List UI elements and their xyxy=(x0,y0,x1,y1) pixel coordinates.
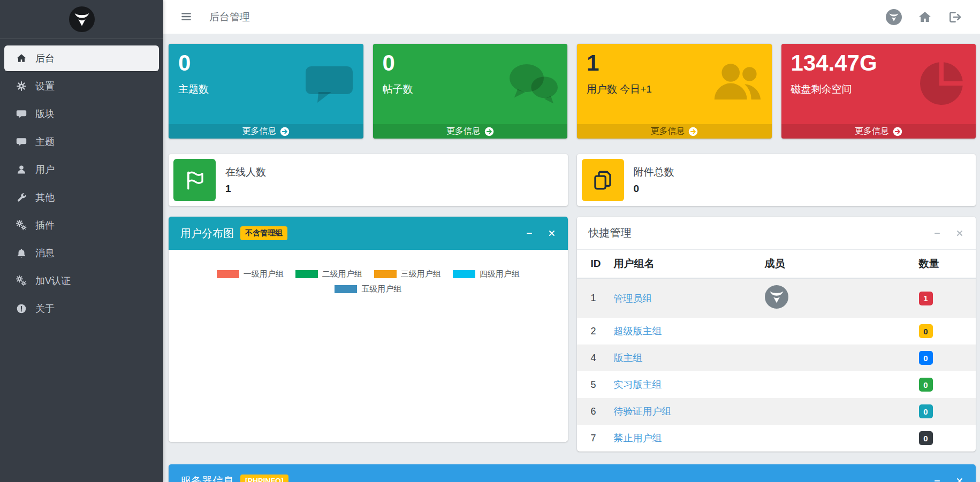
sidebar-item-label: 关于 xyxy=(35,302,55,315)
brand-logo-icon[interactable] xyxy=(69,6,95,32)
panel-title: 快捷管理 xyxy=(589,226,632,240)
group-name-link[interactable]: 待验证用户组 xyxy=(614,406,672,417)
chart-legend: 一级用户组二级用户组三级用户组四级用户组五级用户组 xyxy=(197,250,540,294)
gears-icon xyxy=(15,276,28,287)
group-id: 7 xyxy=(577,425,607,452)
main-content: 0主题数更多信息0帖子数更多信息1用户数 今日+1更多信息134.47G磁盘剩余… xyxy=(163,34,980,482)
more-info-link[interactable]: 更多信息 xyxy=(373,124,568,139)
comment-icon xyxy=(15,136,28,148)
sidebar-item-label: 版块 xyxy=(35,108,55,120)
member-avatar[interactable] xyxy=(765,285,788,309)
stat-card-body: 134.47G磁盘剩余空间 xyxy=(781,44,976,124)
table-row: 4版主组0 xyxy=(577,345,976,371)
users-icon xyxy=(712,58,763,109)
home-icon xyxy=(15,53,28,64)
server-info-panel: 服务器信息 [PHPINFO] xyxy=(169,464,976,482)
group-name-link[interactable]: 管理员组 xyxy=(614,293,652,304)
group-name-link[interactable]: 禁止用户组 xyxy=(614,433,662,443)
sidebar-item-主题[interactable]: 主题 xyxy=(4,129,159,155)
close-icon[interactable] xyxy=(955,229,964,238)
minimize-icon[interactable] xyxy=(933,477,941,482)
more-info-label: 更多信息 xyxy=(242,126,276,137)
close-icon[interactable] xyxy=(955,477,964,482)
logout-icon[interactable] xyxy=(948,10,962,24)
sidebar-item-label: 加V认证 xyxy=(35,274,71,287)
quick-manage-header: 快捷管理 xyxy=(577,217,976,250)
legend-label: 五级用户组 xyxy=(361,284,401,294)
table-row: 1管理员组1 xyxy=(577,278,976,318)
legend-label: 一级用户组 xyxy=(244,269,284,279)
sidebar-item-加V认证[interactable]: 加V认证 xyxy=(4,268,159,294)
exclude-admin-badge: 不含管理组 xyxy=(240,226,287,240)
more-info-link[interactable]: 更多信息 xyxy=(169,124,363,139)
count-badge: 0 xyxy=(919,378,933,392)
home-icon[interactable] xyxy=(918,10,932,24)
count-badge: 0 xyxy=(919,351,933,365)
group-name-link[interactable]: 版主组 xyxy=(614,353,643,363)
count-badge: 0 xyxy=(919,431,933,445)
sidebar: 后台设置版块主题用户其他插件消息加V认证关于 xyxy=(0,0,163,482)
legend-label: 二级用户组 xyxy=(322,269,362,279)
gears-icon xyxy=(15,220,28,231)
sidebar-item-label: 用户 xyxy=(35,163,55,176)
info-icon xyxy=(15,303,28,315)
copy-icon xyxy=(582,159,624,201)
legend-label: 四级用户组 xyxy=(480,269,520,279)
page-title: 后台管理 xyxy=(209,10,250,24)
minimize-icon[interactable] xyxy=(933,229,941,238)
info-label: 在线人数 xyxy=(225,165,266,179)
hamburger-menu-icon[interactable] xyxy=(180,11,193,24)
arrow-circle-icon xyxy=(688,127,698,136)
sidebar-item-设置[interactable]: 设置 xyxy=(4,73,159,99)
stat-card-body: 1用户数 今日+1 xyxy=(577,44,772,124)
more-info-label: 更多信息 xyxy=(650,126,685,137)
sidebar-item-插件[interactable]: 插件 xyxy=(4,212,159,238)
sidebar-item-消息[interactable]: 消息 xyxy=(4,240,159,266)
more-info-link[interactable]: 更多信息 xyxy=(577,124,772,139)
window-controls xyxy=(525,229,556,238)
legend-swatch xyxy=(217,270,239,278)
count-badge: 1 xyxy=(919,292,933,305)
stat-card: 0主题数更多信息 xyxy=(169,44,363,139)
more-info-link[interactable]: 更多信息 xyxy=(781,124,976,139)
sidebar-item-版块[interactable]: 版块 xyxy=(4,101,159,127)
stat-card-body: 0帖子数 xyxy=(373,44,568,124)
comment-icon xyxy=(15,109,28,120)
quick-manage-panel: 快捷管理 ID用户组名成员数量 1管理员组12超级版主组04版主组05实习版主组… xyxy=(577,217,976,452)
info-label: 附件总数 xyxy=(634,165,674,179)
quick-table-body: 1管理员组12超级版主组04版主组05实习版主组06待验证用户组07禁止用户组0 xyxy=(577,278,976,452)
sidebar-nav: 后台设置版块主题用户其他插件消息加V认证关于 xyxy=(0,39,163,322)
bell-icon xyxy=(15,248,28,259)
phpinfo-badge[interactable]: [PHPINFO] xyxy=(240,475,288,482)
server-info-header: 服务器信息 [PHPINFO] xyxy=(169,464,976,482)
user-distribution-panel: 用户分布图 不含管理组 一级用户组二级用户组三级用户组四级用户组五级用户组 xyxy=(169,217,568,442)
sidebar-item-用户[interactable]: 用户 xyxy=(4,157,159,182)
group-id: 5 xyxy=(577,371,607,398)
legend-swatch xyxy=(374,270,397,278)
panel-title: 服务器信息 xyxy=(180,474,234,482)
group-name-link[interactable]: 实习版主组 xyxy=(614,379,662,390)
stat-cards-row: 0主题数更多信息0帖子数更多信息1用户数 今日+1更多信息134.47G磁盘剩余… xyxy=(169,44,976,139)
brand[interactable] xyxy=(0,0,163,39)
wrench-icon xyxy=(15,192,28,203)
group-id: 4 xyxy=(577,345,607,371)
info-boxes-row: 在线人数1附件总数0 xyxy=(169,154,976,206)
info-text: 在线人数1 xyxy=(225,165,266,195)
sidebar-item-其他[interactable]: 其他 xyxy=(4,185,159,210)
column-header: ID xyxy=(577,250,607,278)
group-name-link[interactable]: 超级版主组 xyxy=(614,326,662,336)
legend-item: 三级用户组 xyxy=(374,269,441,279)
window-controls xyxy=(933,229,964,238)
stat-card-body: 0主题数 xyxy=(169,44,363,124)
user-avatar-icon[interactable] xyxy=(886,9,902,25)
sidebar-item-label: 其他 xyxy=(35,191,55,204)
stat-card: 1用户数 今日+1更多信息 xyxy=(577,44,772,139)
window-controls xyxy=(933,477,964,482)
close-icon[interactable] xyxy=(548,229,556,238)
group-id: 2 xyxy=(577,318,607,345)
legend-label: 三级用户组 xyxy=(401,269,441,279)
minimize-icon[interactable] xyxy=(525,229,534,238)
sidebar-item-关于[interactable]: 关于 xyxy=(4,296,159,322)
sidebar-item-后台[interactable]: 后台 xyxy=(4,45,159,71)
sidebar-item-label: 插件 xyxy=(35,219,55,232)
